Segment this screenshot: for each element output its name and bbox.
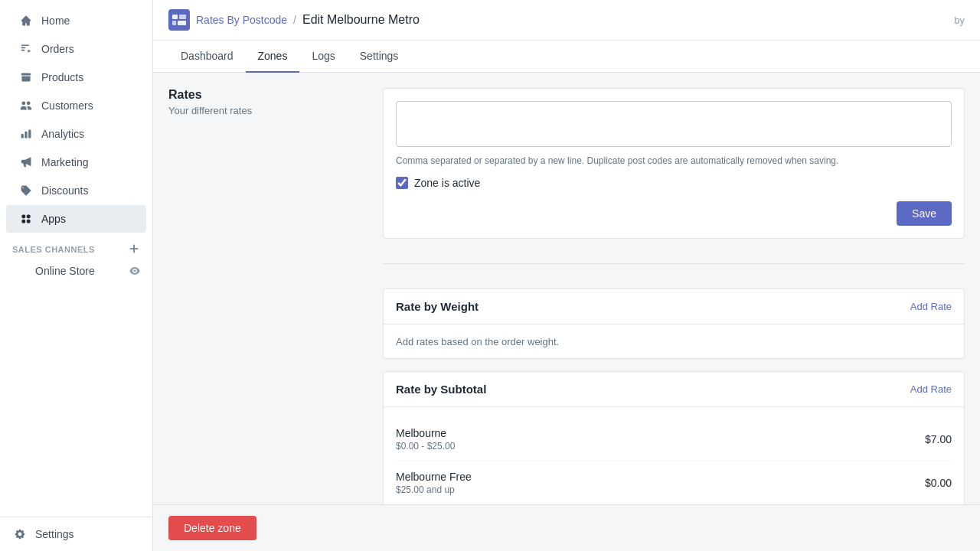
svg-rect-2 xyxy=(172,21,176,25)
save-row: Save xyxy=(396,201,952,226)
sidebar-settings[interactable]: Settings xyxy=(0,517,152,551)
sidebar-discounts-label: Discounts xyxy=(41,184,88,197)
rate-row-melbourne-free: Melbourne Free $25.00 and up $0.00 xyxy=(396,461,952,504)
zone-active-label[interactable]: Zone is active xyxy=(414,177,480,189)
home-icon xyxy=(18,13,34,28)
sidebar-products-label: Products xyxy=(41,71,83,83)
rate-info-melbourne-free: Melbourne Free $25.00 and up xyxy=(396,471,472,495)
tab-bar: Dashboard Zones Logs Settings xyxy=(153,41,980,73)
tab-settings[interactable]: Settings xyxy=(348,41,411,73)
rate-range-melbourne-free: $25.00 and up xyxy=(396,484,472,495)
breadcrumb-link[interactable]: Rates By Postcode xyxy=(196,14,287,26)
divider xyxy=(383,263,965,264)
rate-price-melbourne: $7.00 xyxy=(925,433,952,445)
breadcrumb-separator: / xyxy=(293,14,296,26)
analytics-icon xyxy=(18,126,34,142)
rate-by-weight-empty: Add rates based on the order weight. xyxy=(396,336,559,347)
zone-helper-text: Comma separated or separated by a new li… xyxy=(396,154,952,168)
rate-by-weight-card: Rate by Weight Add Rate Add rates based … xyxy=(383,289,965,359)
rate-name-melbourne: Melbourne xyxy=(396,427,455,439)
tab-logs[interactable]: Logs xyxy=(299,41,347,73)
rates-subtitle: Your different rates xyxy=(168,105,368,116)
sidebar-customers-label: Customers xyxy=(41,99,93,112)
rate-by-subtotal-card: Rate by Subtotal Add Rate Melbourne $0.0… xyxy=(383,371,965,504)
content-area: Rates Your different rates Comma separat… xyxy=(153,73,980,504)
breadcrumb-current: Edit Melbourne Metro xyxy=(302,13,420,27)
tab-zones[interactable]: Zones xyxy=(246,41,300,73)
sidebar-item-discounts[interactable]: Discounts xyxy=(6,177,146,204)
zone-active-checkbox[interactable] xyxy=(396,177,408,189)
svg-rect-3 xyxy=(178,21,186,25)
rate-row-melbourne: Melbourne $0.00 - $25.00 $7.00 xyxy=(396,418,952,461)
tab-dashboard[interactable]: Dashboard xyxy=(168,41,246,73)
main-content: Rates By Postcode / Edit Melbourne Metro… xyxy=(153,0,980,551)
sidebar-item-analytics[interactable]: Analytics xyxy=(6,120,146,148)
apps-icon xyxy=(18,211,34,227)
app-icon xyxy=(168,9,190,31)
sidebar-item-apps[interactable]: Apps xyxy=(6,205,146,233)
online-store-icons xyxy=(129,266,140,276)
sidebar-navigation: Home Orders Products Customers Analytics xyxy=(0,0,152,517)
online-store-label: Online Store xyxy=(35,265,95,277)
delete-zone-button[interactable]: Delete zone xyxy=(168,516,256,540)
rate-by-subtotal-header: Rate by Subtotal Add Rate xyxy=(384,372,964,407)
rate-range-melbourne: $0.00 - $25.00 xyxy=(396,441,455,452)
rate-by-weight-title: Rate by Weight xyxy=(396,300,479,313)
left-panel: Rates Your different rates xyxy=(168,88,368,489)
sidebar-item-customers[interactable]: Customers xyxy=(6,92,146,119)
customers-icon xyxy=(18,98,34,113)
sidebar-item-home[interactable]: Home xyxy=(6,7,146,34)
products-icon xyxy=(18,70,34,85)
svg-rect-0 xyxy=(172,15,178,19)
bottom-bar: Delete zone xyxy=(153,504,980,551)
discounts-icon xyxy=(18,183,34,198)
sidebar: Home Orders Products Customers Analytics xyxy=(0,0,153,551)
sidebar-apps-label: Apps xyxy=(41,213,66,225)
zone-active-row: Zone is active xyxy=(396,177,952,189)
settings-icon xyxy=(12,527,28,542)
save-button[interactable]: Save xyxy=(897,201,952,226)
settings-label: Settings xyxy=(35,528,74,540)
sidebar-marketing-label: Marketing xyxy=(41,156,88,168)
zone-postcode-card: Comma separated or separated by a new li… xyxy=(383,88,965,239)
sidebar-analytics-label: Analytics xyxy=(41,128,84,140)
sales-channels-section: SALES CHANNELS xyxy=(0,233,152,259)
sidebar-orders-label: Orders xyxy=(41,43,74,55)
rate-by-subtotal-body: Melbourne $0.00 - $25.00 $7.00 Melbourne… xyxy=(384,407,964,504)
orders-icon xyxy=(18,41,34,57)
rate-by-weight-header: Rate by Weight Add Rate xyxy=(384,289,964,324)
sidebar-home-label: Home xyxy=(41,15,70,27)
sidebar-item-orders[interactable]: Orders xyxy=(6,35,146,63)
add-rate-weight-link[interactable]: Add Rate xyxy=(910,301,952,312)
rate-by-subtotal-title: Rate by Subtotal xyxy=(396,383,486,396)
add-sales-channel-icon[interactable] xyxy=(128,243,140,256)
svg-rect-1 xyxy=(179,15,186,19)
add-rate-subtotal-link[interactable]: Add Rate xyxy=(910,383,952,395)
sidebar-item-products[interactable]: Products xyxy=(6,64,146,91)
page-header: Rates By Postcode / Edit Melbourne Metro… xyxy=(153,0,980,41)
right-panel: Comma separated or separated by a new li… xyxy=(383,88,965,489)
sidebar-item-marketing[interactable]: Marketing xyxy=(6,148,146,176)
rate-price-melbourne-free: $0.00 xyxy=(925,477,952,489)
rates-title: Rates xyxy=(168,88,368,102)
rate-info-melbourne: Melbourne $0.00 - $25.00 xyxy=(396,427,455,452)
rate-name-melbourne-free: Melbourne Free xyxy=(396,471,472,483)
rate-by-weight-body: Add rates based on the order weight. xyxy=(384,324,964,358)
postcode-input[interactable] xyxy=(396,101,952,147)
sidebar-item-online-store[interactable]: Online Store xyxy=(0,259,152,282)
sales-channels-label: SALES CHANNELS xyxy=(12,245,95,254)
header-by: by xyxy=(954,15,965,26)
marketing-icon xyxy=(18,155,34,170)
breadcrumb: Rates By Postcode / Edit Melbourne Metro xyxy=(168,9,420,31)
